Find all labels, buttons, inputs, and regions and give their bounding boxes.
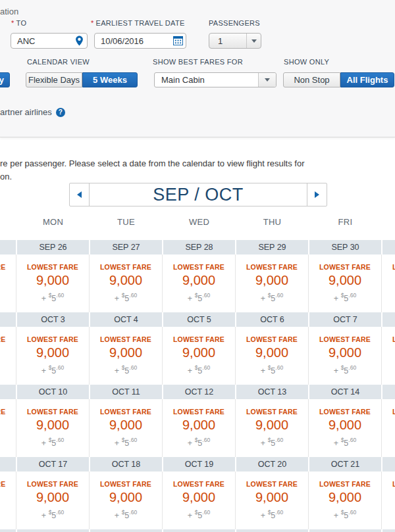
best-fares-for-select[interactable]: Main Cabin [154, 72, 276, 87]
fare-cell[interactable]: LOWEST FARE9,000+ $5.60 [382, 327, 395, 385]
passengers-select[interactable]: 1 [209, 33, 261, 49]
fare-cell[interactable]: LOWEST FARE9,000+ $5.60 [0, 327, 16, 385]
fare-cell[interactable]: LOWEST FARE9,000+ $5.60 [382, 399, 395, 457]
lowest-fare-label: LOWEST FARE [309, 263, 381, 271]
fare-miles-value: 9,000 [236, 418, 308, 433]
fare-cell[interactable]: LOWEST FARE9,000+ $5.60 [309, 472, 382, 529]
chevron-down-icon [251, 39, 257, 43]
fare-cell[interactable]: LOWEST FARE9,000+ $5.60 [236, 254, 309, 312]
fare-cell[interactable]: LOWEST FARE9,000+ $5.60 [309, 399, 382, 457]
calendar-view-label: CALENDAR VIEW [27, 58, 90, 66]
fare-cell[interactable]: LOWEST FARE9,000+ $5.60 [382, 254, 395, 312]
chevron-right-icon [315, 191, 319, 198]
day-header-row: MONTUEWEDTHUFRI [0, 217, 395, 240]
fare-cell[interactable]: LOWEST FARE9,000+ $5.60 [163, 472, 236, 529]
fare-cell[interactable]: LOWEST FARE9,000+ $5.60 [16, 399, 90, 457]
fare-miles-value: 9,000 [382, 273, 395, 288]
passengers-dropdown-arrow[interactable] [246, 34, 261, 48]
flexible-days-button[interactable]: Flexible Days [26, 72, 82, 87]
fare-miles-value: 9,000 [163, 345, 235, 360]
earliest-travel-date-input[interactable]: 10/06/2016 [94, 33, 186, 49]
fare-cell[interactable]: LOWEST FARE9,000+ $5.60 [236, 472, 309, 529]
partner-airlines-row: artner airlines ? [0, 107, 65, 117]
fare-cell[interactable]: LOWEST FARE9,000+ $5.60 [90, 254, 163, 312]
date-cell: SEP 28 [163, 240, 236, 254]
fare-cell[interactable]: LOWEST FARE9,000+ $5.60 [0, 254, 16, 312]
fare-cell[interactable]: LOWEST FARE9,000+ $5.60 [309, 327, 382, 385]
fare-taxes-fees: + $5.60 [382, 365, 395, 375]
show-best-fares-label: SHOW BEST FARES FOR [153, 58, 243, 66]
fare-miles-value: 9,000 [90, 490, 162, 505]
lowest-fare-label: LOWEST FARE [163, 263, 235, 271]
fare-cell[interactable]: LOWEST FARE9,000+ $5.60 [90, 327, 163, 385]
day-header: THU [236, 217, 309, 227]
fare-cell[interactable]: LOWEST FARE9,000+ $5.60 [0, 399, 16, 457]
fare-cell[interactable]: LOWEST FARE9,000+ $5.60 [163, 327, 236, 385]
lowest-fare-label: LOWEST FARE [309, 335, 381, 343]
fare-cell[interactable]: LOWEST FARE9,000+ $5.60 [0, 472, 16, 529]
fare-taxes-fees: + $5.60 [309, 293, 381, 303]
fare-miles-value: 9,000 [16, 345, 89, 360]
previous-month-button[interactable] [70, 183, 90, 206]
lowest-fare-label: LOWEST FARE [163, 408, 235, 416]
lowest-fare-label: LOWEST FARE [0, 480, 16, 488]
location-pin-icon[interactable] [71, 36, 87, 46]
fare-taxes-fees: + $5.60 [0, 437, 16, 448]
fare-cell[interactable]: LOWEST FARE9,000+ $5.60 [382, 472, 395, 529]
fare-cell[interactable]: LOWEST FARE9,000+ $5.60 [163, 254, 236, 312]
next-month-button[interactable] [307, 183, 327, 206]
fare-miles-value: 9,000 [90, 273, 162, 288]
help-icon[interactable]: ? [56, 108, 65, 117]
clipped-toggle-button[interactable]: y [0, 72, 10, 87]
date-cell: SEP 26 [16, 240, 90, 254]
fare-taxes-fees: + $5.60 [90, 293, 162, 303]
fare-taxes-fees: + $5.60 [90, 365, 162, 375]
fare-miles-value: 9,000 [309, 345, 381, 360]
fare-cell[interactable]: LOWEST FARE9,000+ $5.60 [16, 254, 90, 312]
destination-value: ANC [11, 36, 71, 46]
fare-cell[interactable]: LOWEST FARE9,000+ $5.60 [309, 254, 382, 312]
date-cell: OCT 20 [236, 457, 309, 472]
fare-miles-value: 9,000 [16, 273, 89, 288]
date-cell [0, 385, 16, 399]
fare-miles-value: 9,000 [309, 273, 381, 288]
fare-taxes-fees: + $5.60 [16, 510, 89, 520]
destination-input[interactable]: ANC [11, 33, 88, 49]
lowest-fare-label: LOWEST FARE [0, 408, 16, 416]
fare-taxes-fees: + $5.60 [163, 510, 235, 520]
date-cell: OCT 13 [236, 385, 309, 399]
fare-cell[interactable]: LOWEST FARE9,000+ $5.60 [163, 399, 236, 457]
five-weeks-button[interactable]: 5 Weeks [82, 72, 138, 87]
date-cell [382, 385, 395, 399]
fare-taxes-fees: + $5.60 [163, 437, 235, 448]
notice-line-2: on. [0, 170, 304, 183]
fare-cell[interactable]: LOWEST FARE9,000+ $5.60 [236, 399, 309, 457]
calendar-icon[interactable] [170, 36, 186, 45]
date-band-row: OCT 17OCT 18OCT 19OCT 20OCT 21 [0, 457, 395, 472]
chevron-down-icon [265, 78, 270, 82]
date-cell: SEP 27 [90, 240, 163, 254]
lowest-fare-label: LOWEST FARE [16, 263, 89, 271]
day-header: MON [16, 217, 90, 227]
fare-miles-value: 9,000 [0, 418, 16, 433]
date-cell [382, 529, 395, 532]
date-cell: SEP 29 [236, 240, 309, 254]
non-stop-button[interactable]: Non Stop [283, 72, 340, 87]
fare-taxes-fees: + $5.60 [309, 365, 381, 375]
fare-miles-value: 9,000 [0, 273, 16, 288]
fare-miles-value: 9,000 [382, 490, 395, 505]
lowest-fare-label: LOWEST FARE [236, 480, 308, 488]
fare-taxes-fees: + $5.60 [382, 437, 395, 448]
best-fares-dropdown-arrow[interactable] [258, 73, 276, 87]
date-cell: OCT 5 [163, 312, 236, 327]
fare-cell[interactable]: LOWEST FARE9,000+ $5.60 [90, 472, 163, 529]
all-flights-button[interactable]: All Flights [340, 72, 394, 87]
date-cell [90, 529, 163, 532]
fare-cell[interactable]: LOWEST FARE9,000+ $5.60 [16, 327, 90, 385]
fare-cell[interactable]: LOWEST FARE9,000+ $5.60 [16, 472, 90, 529]
day-header: FRI [309, 217, 382, 227]
fare-cell[interactable]: LOWEST FARE9,000+ $5.60 [236, 327, 309, 385]
fare-cell[interactable]: LOWEST FARE9,000+ $5.60 [90, 399, 163, 457]
date-cell: OCT 4 [90, 312, 163, 327]
show-only-label: SHOW ONLY [284, 58, 329, 66]
